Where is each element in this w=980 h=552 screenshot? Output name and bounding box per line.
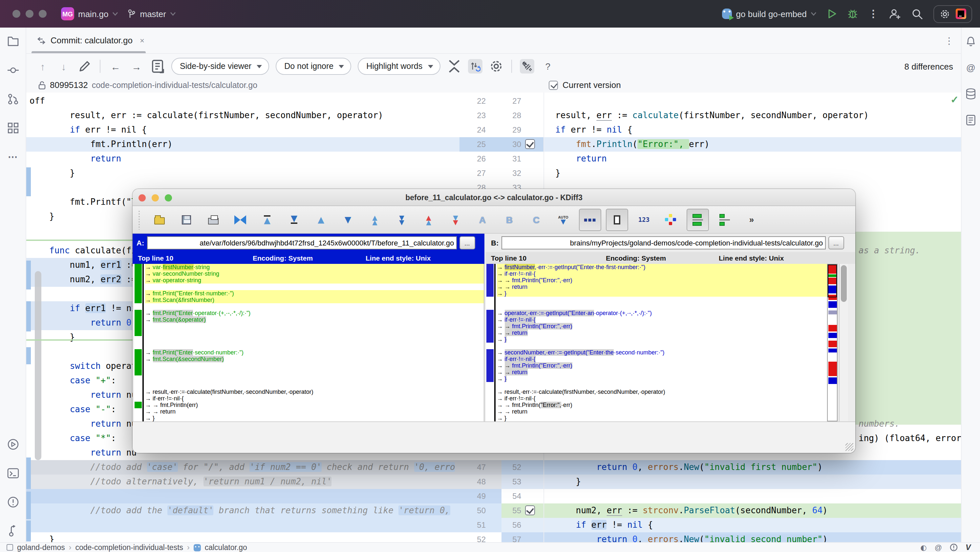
kdiff3-code-line[interactable]: → if·err·!=·nil·{ <box>497 395 827 402</box>
kdiff3-code-line[interactable]: → → fmt.Println("Error:",·err) <box>497 277 827 283</box>
kdiff3-code-line[interactable]: → fmt.Print("Enter·operator·(+,·-,·*,·/)… <box>145 310 484 317</box>
next-difference-button[interactable]: ↓ <box>56 59 71 73</box>
kdiff3-code-line[interactable] <box>145 369 484 375</box>
code-line[interactable]: return 0, errors.New("invalid first numb… <box>544 460 961 474</box>
window-minimize-button[interactable] <box>25 10 33 18</box>
save-icon[interactable] <box>175 208 197 231</box>
go-next-conflict-icon[interactable]: ▼▼ <box>391 208 413 231</box>
search-button[interactable] <box>912 8 923 19</box>
code-line[interactable]: if err != nil { <box>544 123 961 137</box>
kdiff3-code-line[interactable]: → → return <box>145 408 484 415</box>
go-next-delta-icon[interactable]: ▼ <box>337 208 359 231</box>
terminal-tool-icon[interactable] <box>7 467 19 479</box>
chunk-checkbox[interactable] <box>525 139 535 149</box>
more-tools-icon[interactable]: ⋯ <box>7 151 19 163</box>
file-b-browse-button[interactable]: ... <box>828 236 844 250</box>
code-line[interactable]: fmt.Println(err) <box>26 137 460 152</box>
go-next-unsolved-conflict-icon[interactable]: ▼▼ <box>444 208 467 231</box>
code-line[interactable]: //todo alternatively, 'return num1 / num… <box>26 474 460 489</box>
kdiff3-zoom-button[interactable] <box>165 194 172 202</box>
go-first-delta-icon[interactable]: ▲ <box>256 208 278 231</box>
kdiff3-code-line[interactable] <box>145 323 484 329</box>
show-line-numbers-icon[interactable]: 123 <box>633 208 655 231</box>
collapse-unchanged-button[interactable] <box>447 59 461 73</box>
editor-scrollbar-thumb[interactable] <box>35 271 41 460</box>
highlight-mode-dropdown[interactable]: Highlight words <box>358 58 440 75</box>
kdiff3-code-line[interactable]: → secondNumber,·err·:=·getInput("Enter·t… <box>497 349 827 356</box>
kdiff3-code-line[interactable]: → if·err·!=·nil·{ <box>497 317 827 323</box>
synchronize-scrolling-button[interactable] <box>468 59 482 73</box>
kdiff3-code-line[interactable]: → } <box>497 336 827 343</box>
run-tool-icon[interactable] <box>7 439 19 450</box>
structure-tool-icon[interactable] <box>7 122 19 134</box>
commit-tool-icon[interactable] <box>7 64 19 76</box>
kdiff3-code-line[interactable] <box>145 343 484 349</box>
prev-difference-button[interactable]: ↑ <box>35 59 50 73</box>
kdiff3-code-line[interactable]: → → fmt.Println("Error:",·err) <box>497 402 827 408</box>
select-c-icon[interactable]: C <box>525 208 547 231</box>
ai-assistant-icon[interactable]: @ <box>965 62 977 73</box>
code-line[interactable]: if err != nil { <box>26 123 460 137</box>
file-a-browse-button[interactable]: ... <box>459 236 475 250</box>
code-line[interactable]: if err != nil { <box>544 518 961 532</box>
chunk-checkbox[interactable] <box>525 506 535 515</box>
jetbrains-ai-button[interactable] <box>956 8 966 19</box>
toolbar-overflow-icon[interactable]: » <box>740 208 763 231</box>
kdiff3-pane-a[interactable]: → var·firstNumber·string→ var·secondNumb… <box>134 264 484 422</box>
vim-mode-icon[interactable]: V <box>966 543 971 552</box>
go-forward-button[interactable]: → <box>129 59 144 73</box>
run-button[interactable] <box>827 8 837 19</box>
kdiff3-code-line[interactable]: → fmt.Scan(&firstNumber) <box>145 297 484 303</box>
code-line[interactable]: return <box>26 152 460 166</box>
kdiff3-code-line[interactable]: → firstNumber,·err·:=·getInput("Enter·th… <box>497 264 827 270</box>
code-line[interactable]: } <box>544 474 961 489</box>
tab-close-icon[interactable]: × <box>140 36 145 45</box>
tab-commit-calculator[interactable]: Commit: calculator.go × <box>26 27 151 53</box>
kdiff3-code-line[interactable]: → → return <box>497 408 827 415</box>
edit-source-button[interactable] <box>78 59 92 73</box>
kdiff3-code-line[interactable]: → operator,·err·:=·getInput("Enter·an·op… <box>497 310 827 317</box>
theme-contrast-icon[interactable]: ◐ <box>920 543 926 552</box>
kdiff3-code-line[interactable]: → → fmt.Println(err) <box>145 402 484 408</box>
run-configuration[interactable]: go build go-embed <box>722 8 816 19</box>
code-line[interactable]: //todo add the 'default' branch that ret… <box>26 503 460 518</box>
kdiff3-code-line[interactable] <box>497 303 827 310</box>
merge-mode-icon[interactable] <box>660 208 682 231</box>
show-whitespace-chars-icon[interactable]: ■■■ <box>579 208 601 231</box>
window-zoom-button[interactable] <box>39 10 47 18</box>
kdiff3-code-line[interactable]: → var·operator·string <box>145 277 484 283</box>
kdiff3-close-button[interactable] <box>138 194 146 202</box>
ai-assistant-status-icon[interactable]: @ <box>935 544 942 551</box>
vcs-tool-icon[interactable] <box>7 525 19 537</box>
code-line[interactable]: } <box>26 166 460 180</box>
kdiff3-code-line[interactable]: → → return <box>497 329 827 336</box>
recalculate-diff-icon[interactable] <box>229 208 251 231</box>
select-a-icon[interactable]: A <box>471 208 493 231</box>
kdiff3-code-line[interactable]: → if·err·!=·nil·{ <box>145 395 484 402</box>
kdiff3-code-line[interactable] <box>497 382 827 388</box>
kdiff3-window[interactable]: before_11_calculator.go <-> calculator.g… <box>133 189 855 453</box>
code-line[interactable]: num2, err := strconv.ParseFloat(secondNu… <box>544 503 961 518</box>
help-button[interactable]: ? <box>541 59 555 73</box>
code-line[interactable] <box>26 489 460 503</box>
kdiff3-code-line[interactable]: → if·err·!=·nil·{ <box>497 270 827 277</box>
kdiff3-code-line[interactable] <box>145 336 484 343</box>
kdiff3-code-line[interactable]: → result,·err·:=·calculate(firstNumber,·… <box>497 388 827 395</box>
ignore-mode-dropdown[interactable]: Do not ignore <box>276 58 351 75</box>
code-line[interactable]: //todo add 'case' for "/", add 'if num2 … <box>26 460 460 474</box>
project-tool-icon[interactable] <box>7 35 19 47</box>
go-back-button[interactable]: ← <box>108 59 123 73</box>
kdiff3-code-line[interactable] <box>145 329 484 336</box>
kdiff3-titlebar[interactable]: before_11_calculator.go <-> calculator.g… <box>133 189 855 206</box>
go-prev-unsolved-conflict-icon[interactable]: ▲▲ <box>417 208 440 231</box>
file-list-button[interactable] <box>150 59 165 73</box>
auto-advance-icon[interactable]: AUTO▼ <box>552 208 574 231</box>
kdiff3-code-line[interactable]: → } <box>497 415 827 422</box>
resize-grip-icon[interactable] <box>845 443 853 451</box>
code-line[interactable] <box>26 518 460 532</box>
code-line[interactable]: off <box>26 94 460 108</box>
window-close-button[interactable] <box>13 10 20 18</box>
kdiff3-code-line[interactable]: → → fmt.Println("Error:",·err) <box>497 323 827 329</box>
code-line[interactable]: return 0, errors.New("invalid second num… <box>544 532 961 542</box>
tab-options-icon[interactable]: ⋮ <box>945 35 961 46</box>
